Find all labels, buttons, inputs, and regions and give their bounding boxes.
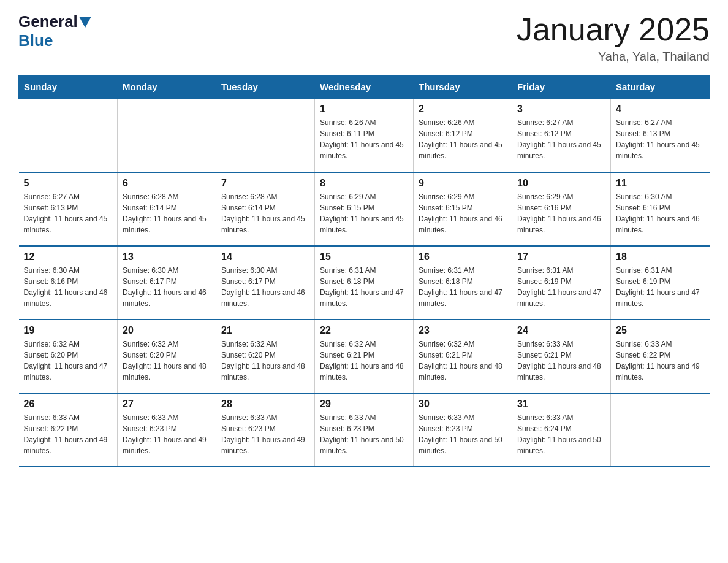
- day-info: Sunrise: 6:33 AM Sunset: 6:23 PM Dayligh…: [320, 412, 408, 456]
- header-row: SundayMondayTuesdayWednesdayThursdayFrid…: [19, 75, 710, 99]
- header: General Blue January 2025 Yaha, Yala, Th…: [18, 12, 710, 64]
- calendar-cell: 8Sunrise: 6:29 AM Sunset: 6:15 PM Daylig…: [315, 172, 414, 246]
- day-number: 13: [123, 251, 211, 262]
- calendar-body: 1Sunrise: 6:26 AM Sunset: 6:11 PM Daylig…: [19, 99, 710, 467]
- day-number: 25: [616, 325, 705, 336]
- calendar-cell: 9Sunrise: 6:29 AM Sunset: 6:15 PM Daylig…: [414, 172, 512, 246]
- day-info: Sunrise: 6:29 AM Sunset: 6:15 PM Dayligh…: [320, 191, 408, 236]
- calendar-cell: [118, 99, 216, 172]
- day-number: 18: [616, 251, 705, 262]
- calendar-cell: 17Sunrise: 6:31 AM Sunset: 6:19 PM Dayli…: [512, 246, 611, 320]
- calendar-cell: 20Sunrise: 6:32 AM Sunset: 6:20 PM Dayli…: [118, 320, 216, 393]
- calendar-row: 5Sunrise: 6:27 AM Sunset: 6:13 PM Daylig…: [19, 172, 710, 246]
- calendar-cell: 1Sunrise: 6:26 AM Sunset: 6:11 PM Daylig…: [315, 99, 414, 172]
- calendar-cell: 2Sunrise: 6:26 AM Sunset: 6:12 PM Daylig…: [414, 99, 512, 172]
- day-number: 27: [123, 399, 211, 410]
- day-number: 23: [419, 325, 507, 336]
- day-number: 8: [320, 178, 408, 189]
- day-info: Sunrise: 6:30 AM Sunset: 6:16 PM Dayligh…: [24, 265, 113, 309]
- day-info: Sunrise: 6:26 AM Sunset: 6:12 PM Dayligh…: [419, 117, 507, 161]
- calendar-cell: 29Sunrise: 6:33 AM Sunset: 6:23 PM Dayli…: [315, 393, 414, 467]
- day-info: Sunrise: 6:29 AM Sunset: 6:16 PM Dayligh…: [517, 191, 605, 236]
- calendar-cell: 19Sunrise: 6:32 AM Sunset: 6:20 PM Dayli…: [19, 320, 118, 393]
- calendar-cell: 28Sunrise: 6:33 AM Sunset: 6:23 PM Dayli…: [216, 393, 315, 467]
- calendar-cell: 21Sunrise: 6:32 AM Sunset: 6:20 PM Dayli…: [216, 320, 315, 393]
- calendar-cell: 18Sunrise: 6:31 AM Sunset: 6:19 PM Dayli…: [611, 246, 710, 320]
- calendar-cell: [216, 99, 315, 172]
- title-area: January 2025 Yaha, Yala, Thailand: [517, 12, 710, 64]
- day-number: 16: [419, 251, 507, 262]
- location-subtitle: Yaha, Yala, Thailand: [517, 50, 710, 64]
- day-info: Sunrise: 6:33 AM Sunset: 6:22 PM Dayligh…: [24, 412, 113, 456]
- header-cell-saturday: Saturday: [611, 75, 710, 99]
- day-number: 14: [221, 251, 309, 262]
- day-number: 28: [221, 399, 309, 410]
- calendar-cell: 31Sunrise: 6:33 AM Sunset: 6:24 PM Dayli…: [512, 393, 611, 467]
- day-number: 24: [517, 325, 605, 336]
- calendar-cell: [19, 99, 118, 172]
- day-info: Sunrise: 6:32 AM Sunset: 6:21 PM Dayligh…: [419, 339, 507, 383]
- day-info: Sunrise: 6:33 AM Sunset: 6:23 PM Dayligh…: [221, 412, 309, 456]
- calendar-cell: 5Sunrise: 6:27 AM Sunset: 6:13 PM Daylig…: [19, 172, 118, 246]
- day-number: 22: [320, 325, 408, 336]
- logo: General Blue: [18, 12, 93, 50]
- day-number: 12: [24, 251, 113, 262]
- calendar-cell: 6Sunrise: 6:28 AM Sunset: 6:14 PM Daylig…: [118, 172, 216, 246]
- day-info: Sunrise: 6:31 AM Sunset: 6:19 PM Dayligh…: [616, 265, 705, 309]
- day-info: Sunrise: 6:29 AM Sunset: 6:15 PM Dayligh…: [419, 191, 507, 236]
- day-info: Sunrise: 6:33 AM Sunset: 6:24 PM Dayligh…: [517, 412, 605, 456]
- header-cell-friday: Friday: [512, 75, 611, 99]
- day-info: Sunrise: 6:30 AM Sunset: 6:17 PM Dayligh…: [221, 265, 309, 309]
- calendar-cell: 10Sunrise: 6:29 AM Sunset: 6:16 PM Dayli…: [512, 172, 611, 246]
- day-number: 30: [419, 399, 507, 410]
- day-info: Sunrise: 6:28 AM Sunset: 6:14 PM Dayligh…: [221, 191, 309, 236]
- month-title: January 2025: [517, 12, 710, 47]
- day-number: 17: [517, 251, 605, 262]
- calendar-cell: 15Sunrise: 6:31 AM Sunset: 6:18 PM Dayli…: [315, 246, 414, 320]
- day-number: 20: [123, 325, 211, 336]
- day-number: 11: [616, 178, 705, 189]
- day-number: 15: [320, 251, 408, 262]
- day-info: Sunrise: 6:30 AM Sunset: 6:17 PM Dayligh…: [123, 265, 211, 309]
- calendar-cell: 12Sunrise: 6:30 AM Sunset: 6:16 PM Dayli…: [19, 246, 118, 320]
- day-number: 9: [419, 178, 507, 189]
- day-number: 3: [517, 104, 605, 115]
- calendar-cell: 26Sunrise: 6:33 AM Sunset: 6:22 PM Dayli…: [19, 393, 118, 467]
- calendar-cell: 24Sunrise: 6:33 AM Sunset: 6:21 PM Dayli…: [512, 320, 611, 393]
- day-number: 4: [616, 104, 705, 115]
- day-info: Sunrise: 6:27 AM Sunset: 6:13 PM Dayligh…: [24, 191, 113, 236]
- day-info: Sunrise: 6:32 AM Sunset: 6:20 PM Dayligh…: [24, 339, 113, 383]
- calendar-cell: 27Sunrise: 6:33 AM Sunset: 6:23 PM Dayli…: [118, 393, 216, 467]
- day-number: 6: [123, 178, 211, 189]
- day-info: Sunrise: 6:33 AM Sunset: 6:22 PM Dayligh…: [616, 339, 705, 383]
- logo-general-text: General: [18, 12, 78, 31]
- day-info: Sunrise: 6:32 AM Sunset: 6:21 PM Dayligh…: [320, 339, 408, 383]
- day-number: 1: [320, 104, 408, 115]
- header-cell-sunday: Sunday: [19, 75, 118, 99]
- day-number: 10: [517, 178, 605, 189]
- calendar-row: 1Sunrise: 6:26 AM Sunset: 6:11 PM Daylig…: [19, 99, 710, 172]
- day-number: 29: [320, 399, 408, 410]
- day-info: Sunrise: 6:28 AM Sunset: 6:14 PM Dayligh…: [123, 191, 211, 236]
- calendar-cell: 7Sunrise: 6:28 AM Sunset: 6:14 PM Daylig…: [216, 172, 315, 246]
- calendar-cell: 13Sunrise: 6:30 AM Sunset: 6:17 PM Dayli…: [118, 246, 216, 320]
- header-cell-thursday: Thursday: [414, 75, 512, 99]
- day-number: 5: [24, 178, 113, 189]
- calendar-row: 12Sunrise: 6:30 AM Sunset: 6:16 PM Dayli…: [19, 246, 710, 320]
- day-info: Sunrise: 6:27 AM Sunset: 6:13 PM Dayligh…: [616, 117, 705, 161]
- logo-triangle-icon: [79, 17, 91, 28]
- calendar-cell: [611, 393, 710, 467]
- day-number: 7: [221, 178, 309, 189]
- day-info: Sunrise: 6:32 AM Sunset: 6:20 PM Dayligh…: [123, 339, 211, 383]
- day-number: 26: [24, 399, 113, 410]
- day-info: Sunrise: 6:33 AM Sunset: 6:21 PM Dayligh…: [517, 339, 605, 383]
- day-number: 19: [24, 325, 113, 336]
- calendar-cell: 3Sunrise: 6:27 AM Sunset: 6:12 PM Daylig…: [512, 99, 611, 172]
- calendar-cell: 14Sunrise: 6:30 AM Sunset: 6:17 PM Dayli…: [216, 246, 315, 320]
- calendar-table: SundayMondayTuesdayWednesdayThursdayFrid…: [18, 75, 710, 467]
- calendar-cell: 22Sunrise: 6:32 AM Sunset: 6:21 PM Dayli…: [315, 320, 414, 393]
- calendar-row: 26Sunrise: 6:33 AM Sunset: 6:22 PM Dayli…: [19, 393, 710, 467]
- calendar-cell: 16Sunrise: 6:31 AM Sunset: 6:18 PM Dayli…: [414, 246, 512, 320]
- header-cell-monday: Monday: [118, 75, 216, 99]
- day-info: Sunrise: 6:31 AM Sunset: 6:19 PM Dayligh…: [517, 265, 605, 309]
